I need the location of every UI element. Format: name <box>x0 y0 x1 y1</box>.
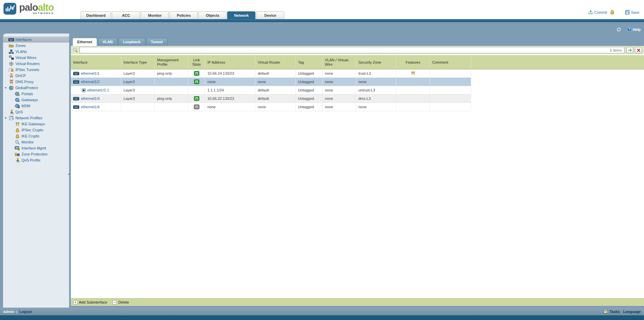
help-icon: ? <box>627 27 632 32</box>
table-row-ethernet1-2[interactable]: ethernet1/2Layer3nonenoneUntaggednonenon… <box>71 78 471 86</box>
management-profile-cell <box>155 78 188 86</box>
qos-icon: QoS <box>8 110 14 114</box>
sidebar-item-ike-crypto[interactable]: IKE Crypto <box>3 133 69 139</box>
sidebar-item-ike-gateways[interactable]: IKE Gateways <box>3 121 69 127</box>
main-tab-network[interactable]: Network <box>227 11 255 19</box>
sidebar-item-zones[interactable]: Zones <box>3 43 69 49</box>
column-header-vlan-virtual-wire[interactable]: VLAN / Virtual-Wire <box>323 56 356 69</box>
subtab-ethernet[interactable]: Ethernet <box>72 38 97 46</box>
virtual-wires-icon <box>8 56 14 60</box>
sidebar-item-label: MDM <box>21 104 30 108</box>
column-header-ip-address[interactable]: IP Address <box>205 56 255 69</box>
filter-input[interactable] <box>80 48 610 53</box>
portals-icon <box>14 92 20 96</box>
main-tab-policies[interactable]: Policies <box>169 11 198 19</box>
brand-wordmark: paloalto <box>19 2 54 12</box>
sidebar-item-dhcp[interactable]: IPDHCP <box>3 73 69 79</box>
sidebar-item-label: IKE Gateways <box>21 122 45 126</box>
interface-link[interactable]: ethernet1/2.1 <box>87 88 109 92</box>
table-row-ethernet1-3[interactable]: ethernet1/3Layer3ping-only10.66.22.133/2… <box>71 94 471 103</box>
expander-triangle-icon[interactable]: ▼ <box>4 86 7 89</box>
interface-cell: ethernet1/4 <box>71 103 121 111</box>
link-up-icon <box>194 71 199 76</box>
sidebar-item-interfaces[interactable]: Interfaces <box>3 37 69 43</box>
commit-button[interactable]: Commit <box>588 10 607 15</box>
sidebar-item-qos-profile[interactable]: QoSQoS Profile <box>3 157 69 163</box>
sidebar-item-mdm[interactable]: MDM <box>3 103 69 109</box>
comment-cell <box>430 94 471 103</box>
ethernet-port-icon <box>73 72 79 75</box>
sidebar-item-ipsec-tunnels[interactable]: IPSec Tunnels <box>3 67 69 73</box>
commit-download-icon <box>588 10 593 15</box>
ike-gateway-icon[interactable] <box>411 71 415 75</box>
subtab-tunnel[interactable]: Tunnel <box>146 38 167 46</box>
sidebar-item-vlans[interactable]: VLANs <box>3 49 69 55</box>
column-header-tag[interactable]: Tag <box>296 56 323 69</box>
lock-icon[interactable] <box>610 10 614 15</box>
subtab-vlan[interactable]: VLAN <box>98 38 117 46</box>
language-button[interactable]: Language <box>623 310 641 314</box>
sidebar-item-portals[interactable]: Portals <box>3 91 69 97</box>
sidebar-item-label: QoS <box>15 110 23 114</box>
save-button[interactable]: Save <box>625 10 639 15</box>
clear-filter-button[interactable] <box>635 47 642 53</box>
table-header: InterfaceInterface TypeManagement Profil… <box>71 55 644 69</box>
subtab-loopback[interactable]: Loopback <box>118 38 145 46</box>
sidebar-item-gateways[interactable]: Gateways <box>3 97 69 103</box>
sidebar-item-dns-proxy[interactable]: DNSDNS Proxy <box>3 79 69 85</box>
main-tab-dashboard[interactable]: Dashboard <box>81 11 111 19</box>
sidebar-collapse-handle[interactable]: ◄ <box>67 170 70 178</box>
column-header-interface-type[interactable]: Interface Type <box>121 56 155 69</box>
link-up-icon <box>194 96 199 101</box>
dns-proxy-icon: DNS <box>8 79 14 84</box>
column-header-security-zone[interactable]: Security Zone <box>356 56 396 69</box>
virtual-router-cell: default <box>255 94 296 103</box>
sidebar-item-globalprotect[interactable]: ▼GlobalProtect <box>3 85 69 91</box>
main-tab-monitor[interactable]: Monitor <box>141 11 169 19</box>
ip-address-cell: 1.1.1.1/24 <box>205 86 255 94</box>
add-subinterface-button[interactable]: + Add Subinterface <box>73 300 107 305</box>
sidebar-item-monitor[interactable]: Monitor <box>3 139 69 145</box>
sidebar-item-qos[interactable]: QoSQoS <box>3 109 69 115</box>
interface-link[interactable]: ethernet1/3 <box>81 97 100 101</box>
delete-button[interactable]: − Delete <box>112 300 129 305</box>
main-tab-objects[interactable]: Objects <box>198 11 227 19</box>
interface-link[interactable]: ethernet1/4 <box>81 105 100 109</box>
sidebar-item-network-profiles[interactable]: ▼Network Profiles <box>3 115 69 121</box>
main-tab-device[interactable]: Device <box>256 11 284 19</box>
apply-filter-button[interactable] <box>626 47 633 53</box>
column-header-management-profile[interactable]: Management Profile <box>155 56 188 69</box>
column-header-link-state[interactable]: Link State <box>188 56 205 69</box>
interface-link[interactable]: ethernet1/2 <box>81 80 100 84</box>
globalprotect-icon <box>8 86 14 90</box>
table-actionbar: + Add Subinterface − Delete <box>71 298 644 306</box>
interface-link[interactable]: ethernet1/1 <box>81 71 100 75</box>
interface-cell: ethernet1/2.1 <box>71 86 121 94</box>
table-row-ethernet1-4[interactable]: ethernet1/4nonenoneUntaggednonenone <box>71 103 471 111</box>
sidebar-item-ipsec-crypto[interactable]: IPSec Crypto <box>3 127 69 133</box>
zone-protection-icon <box>14 152 20 156</box>
ethernet-port-icon <box>73 105 79 109</box>
sidebar-item-label: IPSec Crypto <box>21 128 43 132</box>
table-row-ethernet1-2-1[interactable]: ethernet1/2.1Layer31.1.1.1/24defaultUnta… <box>71 86 471 94</box>
column-header-interface[interactable]: Interface <box>71 56 121 69</box>
column-header-features[interactable]: Features <box>396 56 430 69</box>
comment-cell <box>430 86 471 94</box>
expander-triangle-icon[interactable]: ▼ <box>4 117 7 120</box>
link-up-icon <box>194 79 199 84</box>
svg-text:DNS: DNS <box>10 80 13 81</box>
refresh-icon[interactable] <box>616 27 622 32</box>
sidebar-item-label: Gateways <box>21 98 38 102</box>
sidebar-item-virtual-routers[interactable]: Virtual Routers <box>3 61 69 67</box>
sidebar-item-virtual-wires[interactable]: Virtual Wires <box>3 55 69 61</box>
help-button[interactable]: ? Help <box>627 27 641 32</box>
virtual-router-cell: none <box>255 78 296 86</box>
column-header-virtual-router[interactable]: Virtual Router <box>255 56 296 69</box>
column-header-comment[interactable]: Comment <box>430 56 471 69</box>
tasks-button[interactable]: Tasks <box>604 309 620 314</box>
sidebar-item-zone-protection[interactable]: Zone Protection <box>3 151 69 157</box>
logout-link[interactable]: Logout <box>19 310 32 314</box>
sidebar-item-interface-mgmt[interactable]: Interface Mgmt <box>3 145 69 151</box>
main-tab-acc[interactable]: ACC <box>112 11 140 19</box>
table-row-ethernet1-1[interactable]: ethernet1/1Layer3ping-only10.66.24.133/2… <box>71 69 471 78</box>
